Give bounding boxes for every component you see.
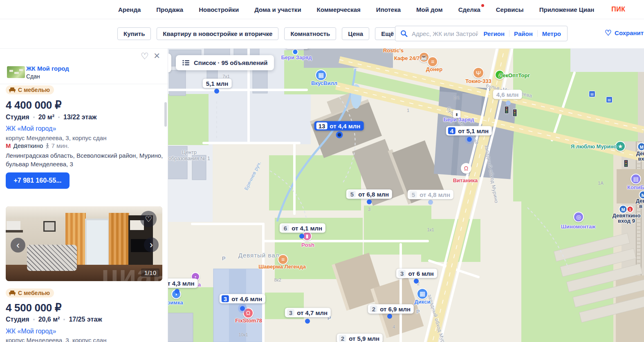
price-marker[interactable]: 3от 4,6 млн: [220, 294, 265, 304]
price-marker[interactable]: 2от 6,9 млн: [368, 304, 414, 314]
poi-label[interactable]: Шаверма Легенда: [258, 264, 306, 270]
listing-dot[interactable]: [367, 199, 372, 204]
photo-next-button[interactable]: ›: [144, 237, 159, 252]
house-number: 8к2: [274, 277, 281, 282]
listing-dot[interactable]: [214, 89, 219, 94]
price-marker[interactable]: 6от 4,1 млн: [280, 224, 325, 233]
poi-label[interactable]: в: [639, 203, 642, 209]
filter-button[interactable]: Комнатность: [284, 27, 336, 40]
nav-item-Сервисы[interactable]: Сервисы: [496, 6, 524, 13]
poi-label[interactable]: FixStom78: [235, 317, 262, 324]
listing-dot[interactable]: [240, 306, 245, 311]
listing-dot[interactable]: [305, 319, 310, 324]
price-marker[interactable]: 5,1 млн: [203, 79, 232, 88]
price-marker[interactable]: 3от 6 млн: [396, 269, 437, 278]
complex-link[interactable]: ЖК «Мой город»: [6, 125, 56, 132]
poi-label[interactable]: P: [416, 308, 420, 315]
tire-service-icon[interactable]: ◎: [573, 212, 584, 222]
favorite-listing-icon[interactable]: ♡: [140, 211, 157, 227]
nav-item-Коммерческая[interactable]: Коммерческая: [317, 6, 361, 13]
marker-count: 13: [316, 123, 328, 130]
poi-label[interactable]: Токио-333: [465, 78, 491, 84]
dental-icon[interactable]: Ω: [461, 163, 471, 174]
store-basket-icon[interactable]: ▦: [417, 288, 428, 300]
poi-label[interactable]: Posh: [301, 242, 314, 248]
filter-button[interactable]: Цена: [342, 27, 369, 40]
price-marker[interactable]: 5от 6,8 млн: [346, 190, 392, 199]
listing-dot[interactable]: [387, 314, 392, 319]
nav-item-Продажа[interactable]: Продажа: [156, 6, 183, 13]
listing-dot[interactable]: [336, 132, 343, 139]
nav-item-Новостройки[interactable]: Новостройки: [199, 6, 239, 13]
poi-label[interactable]: Кафе 24/7: [394, 55, 420, 61]
price-marker[interactable]: 2от 5,9 млн: [337, 334, 383, 342]
poi-label[interactable]: Р: [222, 255, 226, 262]
address-line: Ленинградская область, Всеволожский райо…: [6, 151, 163, 160]
listing-dot[interactable]: [175, 289, 180, 294]
list-view-button[interactable]: Список · 95 объявлений: [176, 55, 274, 70]
nav-item-Дома и участки[interactable]: Дома и участки: [254, 6, 301, 13]
poi-label[interactable]: Бери Заряд: [281, 54, 312, 60]
spec-area: 20,6 м²: [38, 316, 60, 323]
poi-label[interactable]: Бери Заряд: [443, 116, 474, 123]
poi-label[interactable]: Дикси: [415, 299, 431, 305]
poi-label[interactable]: Rostic's: [383, 48, 404, 54]
favorite-complex-icon[interactable]: ♡: [141, 51, 149, 62]
listing-photo[interactable]: циан ‹ › ♡ 1/10: [6, 206, 162, 281]
nav-item-Аренда[interactable]: Аренда: [118, 6, 141, 13]
poi-label[interactable]: Витаника: [453, 177, 478, 183]
listing-dot[interactable]: [299, 234, 304, 239]
photo-prev-button[interactable]: ‹: [11, 238, 25, 253]
geo-link-Метро[interactable]: Метро: [538, 30, 565, 37]
panel-scrollbar[interactable]: [164, 102, 167, 127]
house-number: 3: [368, 207, 370, 212]
fastfood-icon[interactable]: ≡: [427, 56, 438, 67]
poi-label[interactable]: КопиБос: [627, 184, 644, 190]
nav-item-Приложение Циан[interactable]: Приложение Циан: [539, 6, 595, 13]
nav-item-Мой дом[interactable]: Мой дом: [416, 6, 443, 13]
filter-button[interactable]: Купить: [117, 27, 151, 40]
listing-dot[interactable]: [428, 200, 433, 205]
poi-label[interactable]: Донер: [426, 66, 442, 72]
poi-label[interactable]: римка: [168, 300, 183, 306]
pik-logo[interactable]: ПИК: [611, 6, 625, 13]
poi-label[interactable]: вход 9: [618, 218, 635, 224]
complex-thumbnail[interactable]: [7, 66, 25, 78]
search-input[interactable]: [411, 30, 479, 38]
poi-label[interactable]: Шиномонтаж: [561, 224, 596, 230]
price-marker[interactable]: 5от 4,8 млн: [408, 190, 453, 199]
poi-label[interactable]: ЛекОптТорг: [499, 72, 530, 78]
price-marker[interactable]: 4от 5,1 млн: [446, 126, 492, 136]
store-basket-icon[interactable]: ▦: [315, 69, 327, 81]
restaurant-icon[interactable]: Ψ: [473, 67, 484, 78]
price-marker[interactable]: 13от 4,4 млн: [314, 121, 364, 131]
price-marker[interactable]: 3от 4,7 млн: [285, 308, 331, 317]
metro-icon[interactable]: М: [637, 143, 644, 151]
geo-link-Район[interactable]: Район: [509, 30, 537, 37]
complex-title-link[interactable]: ЖК Мой город: [26, 65, 69, 72]
poi-label[interactable]: ВкусВилл: [311, 80, 337, 86]
save-search-button[interactable]: ♡ Сохранить: [605, 29, 644, 37]
close-panel-icon[interactable]: ×: [154, 49, 160, 62]
traffic-light-icon: [505, 106, 509, 114]
nav-item-Сделка[interactable]: Сделка: [458, 6, 480, 13]
house-number: 4: [393, 324, 395, 329]
map-region[interactable]: Список · 95 объявлений 5,1 млн4,6 млн13о…: [168, 48, 644, 342]
listing-dot[interactable]: [506, 101, 511, 105]
nav-item-Ипотека[interactable]: Ипотека: [376, 6, 401, 13]
photo-counter: 1/10: [141, 268, 159, 277]
show-phone-button[interactable]: +7 981 160-55...: [6, 172, 70, 189]
house-number: 1А: [598, 181, 603, 186]
geo-link-Регион[interactable]: Регион: [479, 30, 509, 37]
listing-dot[interactable]: [467, 137, 472, 142]
price-marker[interactable]: 4,6 млн: [493, 90, 522, 99]
panel-collapse-handle[interactable]: [168, 54, 171, 72]
filter-button[interactable]: Квартиру в новостройке и вторичке: [157, 27, 278, 40]
poi-label[interactable]: вх: [638, 156, 644, 162]
poi-label[interactable]: Я люблю Мурино: [571, 143, 617, 150]
price-marker[interactable]: от 4,3 млн: [168, 279, 198, 288]
complex-link[interactable]: ЖК «Мой город»: [6, 328, 56, 335]
listing-specs: Студия 20 м² 13/22 этаж: [6, 114, 96, 121]
print-icon[interactable]: ▤: [631, 174, 641, 184]
listing-dot[interactable]: [414, 279, 419, 284]
